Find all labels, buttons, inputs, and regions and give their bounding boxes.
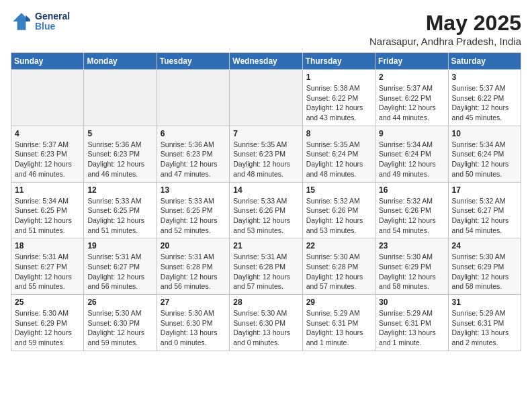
calendar-cell <box>230 70 302 126</box>
day-info: Sunrise: 5:38 AM Sunset: 6:22 PM Dayligh… <box>306 83 371 123</box>
day-info: Sunrise: 5:36 AM Sunset: 6:23 PM Dayligh… <box>161 140 226 179</box>
calendar-cell: 31Sunrise: 5:29 AM Sunset: 6:31 PM Dayli… <box>448 295 521 351</box>
day-number: 18 <box>15 241 80 250</box>
day-number: 30 <box>379 298 444 307</box>
day-number: 23 <box>379 241 444 250</box>
weekday-header: Tuesday <box>157 53 229 70</box>
day-info: Sunrise: 5:31 AM Sunset: 6:27 PM Dayligh… <box>87 252 152 291</box>
day-info: Sunrise: 5:29 AM Sunset: 6:31 PM Dayligh… <box>306 308 371 348</box>
logo-text: General Blue <box>35 11 70 32</box>
weekday-header: Monday <box>84 53 157 70</box>
day-info: Sunrise: 5:34 AM Sunset: 6:25 PM Dayligh… <box>15 196 80 236</box>
calendar-cell: 17Sunrise: 5:32 AM Sunset: 6:27 PM Dayli… <box>448 182 521 238</box>
calendar-cell: 26Sunrise: 5:30 AM Sunset: 6:30 PM Dayli… <box>84 295 157 351</box>
day-info: Sunrise: 5:29 AM Sunset: 6:31 PM Dayligh… <box>379 308 444 348</box>
calendar-cell: 21Sunrise: 5:31 AM Sunset: 6:28 PM Dayli… <box>230 238 302 295</box>
day-info: Sunrise: 5:32 AM Sunset: 6:26 PM Dayligh… <box>379 196 444 236</box>
day-number: 16 <box>379 185 444 195</box>
day-info: Sunrise: 5:30 AM Sunset: 6:29 PM Dayligh… <box>15 308 80 348</box>
day-number: 8 <box>306 129 371 138</box>
day-info: Sunrise: 5:30 AM Sunset: 6:30 PM Dayligh… <box>87 308 152 348</box>
calendar-cell: 16Sunrise: 5:32 AM Sunset: 6:26 PM Dayli… <box>375 182 448 238</box>
weekday-header: Thursday <box>302 53 375 70</box>
calendar-week-row: 1Sunrise: 5:38 AM Sunset: 6:22 PM Daylig… <box>11 70 521 126</box>
calendar-week-row: 11Sunrise: 5:34 AM Sunset: 6:25 PM Dayli… <box>11 182 521 238</box>
day-number: 21 <box>233 241 298 250</box>
day-info: Sunrise: 5:33 AM Sunset: 6:25 PM Dayligh… <box>87 196 152 236</box>
calendar-cell: 13Sunrise: 5:33 AM Sunset: 6:25 PM Dayli… <box>157 182 229 238</box>
day-info: Sunrise: 5:31 AM Sunset: 6:28 PM Dayligh… <box>161 252 226 291</box>
calendar-cell: 30Sunrise: 5:29 AM Sunset: 6:31 PM Dayli… <box>375 295 448 351</box>
calendar-cell: 7Sunrise: 5:35 AM Sunset: 6:23 PM Daylig… <box>230 126 302 182</box>
day-number: 29 <box>306 298 371 307</box>
day-number: 27 <box>161 298 226 307</box>
day-number: 4 <box>15 129 80 138</box>
day-info: Sunrise: 5:37 AM Sunset: 6:22 PM Dayligh… <box>379 83 444 123</box>
calendar-table: SundayMondayTuesdayWednesdayThursdayFrid… <box>11 52 521 351</box>
day-info: Sunrise: 5:35 AM Sunset: 6:23 PM Dayligh… <box>233 140 298 179</box>
calendar-title: May 2025 <box>369 11 521 36</box>
calendar-cell: 14Sunrise: 5:33 AM Sunset: 6:26 PM Dayli… <box>230 182 302 238</box>
day-info: Sunrise: 5:37 AM Sunset: 6:22 PM Dayligh… <box>452 83 517 123</box>
weekday-row: SundayMondayTuesdayWednesdayThursdayFrid… <box>11 53 521 70</box>
day-number: 22 <box>306 241 371 250</box>
day-info: Sunrise: 5:30 AM Sunset: 6:30 PM Dayligh… <box>233 308 298 348</box>
calendar-cell: 22Sunrise: 5:30 AM Sunset: 6:28 PM Dayli… <box>302 238 375 295</box>
day-info: Sunrise: 5:31 AM Sunset: 6:27 PM Dayligh… <box>15 252 80 291</box>
title-block: May 2025 Narasapur, Andhra Pradesh, Indi… <box>369 11 521 47</box>
day-number: 3 <box>452 73 517 82</box>
weekday-header: Friday <box>375 53 448 70</box>
day-number: 2 <box>379 73 444 82</box>
logo: General Blue <box>11 11 70 32</box>
day-number: 28 <box>233 298 298 307</box>
weekday-header: Wednesday <box>230 53 302 70</box>
calendar-cell: 1Sunrise: 5:38 AM Sunset: 6:22 PM Daylig… <box>302 70 375 126</box>
calendar-cell: 20Sunrise: 5:31 AM Sunset: 6:28 PM Dayli… <box>157 238 229 295</box>
calendar-cell: 2Sunrise: 5:37 AM Sunset: 6:22 PM Daylig… <box>375 70 448 126</box>
day-number: 7 <box>233 129 298 138</box>
day-number: 25 <box>15 298 80 307</box>
weekday-header: Saturday <box>448 53 521 70</box>
day-number: 15 <box>306 185 371 195</box>
day-number: 14 <box>233 185 298 195</box>
calendar-cell: 19Sunrise: 5:31 AM Sunset: 6:27 PM Dayli… <box>84 238 157 295</box>
day-number: 20 <box>161 241 226 250</box>
calendar-cell: 5Sunrise: 5:36 AM Sunset: 6:23 PM Daylig… <box>84 126 157 182</box>
calendar-cell: 8Sunrise: 5:35 AM Sunset: 6:24 PM Daylig… <box>302 126 375 182</box>
calendar-cell: 3Sunrise: 5:37 AM Sunset: 6:22 PM Daylig… <box>448 70 521 126</box>
day-number: 17 <box>452 185 517 195</box>
day-info: Sunrise: 5:30 AM Sunset: 6:29 PM Dayligh… <box>379 252 444 291</box>
calendar-cell: 15Sunrise: 5:32 AM Sunset: 6:26 PM Dayli… <box>302 182 375 238</box>
calendar-cell: 28Sunrise: 5:30 AM Sunset: 6:30 PM Dayli… <box>230 295 302 351</box>
calendar-cell: 11Sunrise: 5:34 AM Sunset: 6:25 PM Dayli… <box>11 182 84 238</box>
day-info: Sunrise: 5:34 AM Sunset: 6:24 PM Dayligh… <box>452 140 517 179</box>
calendar-cell: 10Sunrise: 5:34 AM Sunset: 6:24 PM Dayli… <box>448 126 521 182</box>
calendar-body: 1Sunrise: 5:38 AM Sunset: 6:22 PM Daylig… <box>11 70 521 351</box>
day-number: 1 <box>306 73 371 82</box>
calendar-cell: 23Sunrise: 5:30 AM Sunset: 6:29 PM Dayli… <box>375 238 448 295</box>
day-number: 19 <box>87 241 152 250</box>
calendar-week-row: 18Sunrise: 5:31 AM Sunset: 6:27 PM Dayli… <box>11 238 521 295</box>
calendar-cell <box>157 70 229 126</box>
logo-line1: General <box>35 11 70 21</box>
calendar-cell: 6Sunrise: 5:36 AM Sunset: 6:23 PM Daylig… <box>157 126 229 182</box>
day-info: Sunrise: 5:35 AM Sunset: 6:24 PM Dayligh… <box>306 140 371 179</box>
calendar-cell <box>84 70 157 126</box>
calendar-cell: 9Sunrise: 5:34 AM Sunset: 6:24 PM Daylig… <box>375 126 448 182</box>
day-info: Sunrise: 5:31 AM Sunset: 6:28 PM Dayligh… <box>233 252 298 291</box>
day-info: Sunrise: 5:30 AM Sunset: 6:29 PM Dayligh… <box>452 252 517 291</box>
day-number: 5 <box>87 129 152 138</box>
day-info: Sunrise: 5:37 AM Sunset: 6:23 PM Dayligh… <box>15 140 80 179</box>
weekday-header: Sunday <box>11 53 84 70</box>
day-number: 9 <box>379 129 444 138</box>
calendar-cell <box>11 70 84 126</box>
day-info: Sunrise: 5:30 AM Sunset: 6:28 PM Dayligh… <box>306 252 371 291</box>
calendar-week-row: 25Sunrise: 5:30 AM Sunset: 6:29 PM Dayli… <box>11 295 521 351</box>
day-info: Sunrise: 5:29 AM Sunset: 6:31 PM Dayligh… <box>452 308 517 348</box>
day-number: 24 <box>452 241 517 250</box>
logo-icon <box>11 11 32 32</box>
calendar-cell: 25Sunrise: 5:30 AM Sunset: 6:29 PM Dayli… <box>11 295 84 351</box>
logo-line2: Blue <box>35 21 70 32</box>
day-number: 31 <box>452 298 517 307</box>
day-info: Sunrise: 5:33 AM Sunset: 6:26 PM Dayligh… <box>233 196 298 236</box>
